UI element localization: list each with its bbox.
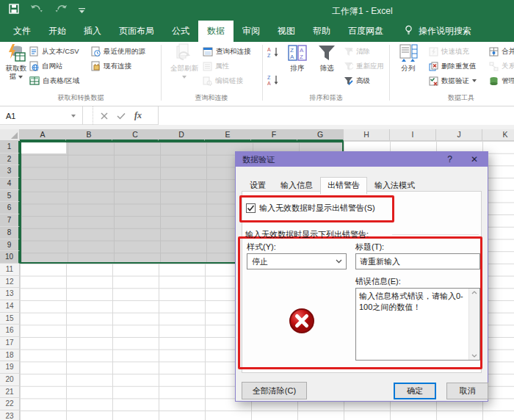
- edit-links-button[interactable]: 编辑链接: [203, 75, 243, 87]
- row-header[interactable]: 23: [0, 410, 20, 420]
- active-cell-a1[interactable]: [21, 142, 66, 153]
- error-message-label: 错误信息(E):: [355, 276, 401, 287]
- column-header[interactable]: K: [482, 129, 514, 141]
- ribbon-tab[interactable]: 帮助: [304, 21, 339, 42]
- from-web-button[interactable]: 自网站: [29, 60, 63, 72]
- ribbon-tab[interactable]: 文件: [4, 21, 40, 42]
- row-header[interactable]: 2: [0, 153, 20, 166]
- svg-text:Z: Z: [267, 53, 271, 58]
- flash-fill-button[interactable]: 快速填充: [429, 46, 469, 57]
- dialog-help-button[interactable]: ?: [447, 154, 452, 164]
- row-header[interactable]: 10: [0, 251, 20, 264]
- column-header[interactable]: D: [159, 129, 205, 141]
- tell-me-search[interactable]: 操作说明搜索: [404, 21, 471, 42]
- ribbon-tab[interactable]: 页面布局: [110, 21, 163, 42]
- properties-button[interactable]: 属性: [203, 60, 229, 72]
- manage-data-model-button[interactable]: 管理: [489, 75, 514, 87]
- column-header[interactable]: G: [297, 129, 344, 141]
- filter-button[interactable]: 筛选: [314, 43, 339, 72]
- text-to-columns-button[interactable]: 分列: [394, 43, 422, 72]
- save-icon[interactable]: [9, 4, 19, 17]
- column-header[interactable]: A: [20, 129, 66, 141]
- name-box[interactable]: A1: [0, 106, 83, 125]
- sort-button[interactable]: ZA AZ 排序: [285, 43, 310, 72]
- queries-connections-button[interactable]: 查询和连接: [203, 46, 251, 57]
- column-header[interactable]: B: [66, 129, 112, 141]
- scroll-down-icon: [471, 354, 477, 358]
- row-header[interactable]: 19: [0, 361, 20, 374]
- column-header[interactable]: I: [390, 129, 436, 141]
- from-table-range-button[interactable]: 自表格/区域: [29, 75, 79, 87]
- ok-button[interactable]: 确定: [394, 383, 436, 399]
- style-dropdown[interactable]: 停止: [247, 253, 347, 269]
- ribbon-tab[interactable]: 百度网盘: [339, 21, 392, 42]
- row-header[interactable]: 7: [0, 214, 20, 227]
- from-text-csv-button[interactable]: 从文本/CSV: [29, 46, 79, 57]
- column-header[interactable]: F: [251, 129, 297, 141]
- row-header[interactable]: 5: [0, 190, 20, 203]
- dialog-close-icon[interactable]: ✕: [471, 154, 478, 164]
- customize-qat-icon[interactable]: [79, 4, 85, 17]
- cancel-button[interactable]: 取消: [446, 383, 488, 399]
- remove-duplicates-button[interactable]: 删除重复值: [429, 60, 477, 72]
- row-header[interactable]: 18: [0, 350, 20, 362]
- name-box-chevron-icon[interactable]: [71, 115, 76, 117]
- consolidate-button[interactable]: 合并: [489, 46, 514, 57]
- row-header[interactable]: 17: [0, 337, 20, 350]
- column-header[interactable]: J: [436, 129, 482, 141]
- row-header[interactable]: 6: [0, 202, 20, 214]
- get-data-button[interactable]: 获取数据: [3, 43, 29, 80]
- column-header[interactable]: C: [112, 129, 159, 141]
- recent-sources-button[interactable]: 最近使用的源: [91, 46, 145, 57]
- row-header[interactable]: 11: [0, 264, 20, 276]
- clear-filter-button[interactable]: 清除: [344, 46, 370, 57]
- column-header[interactable]: H: [344, 129, 390, 141]
- dialog-tab[interactable]: 出错警告: [320, 177, 367, 195]
- row-header[interactable]: 22: [0, 398, 20, 410]
- textarea-scrollbar[interactable]: [468, 289, 479, 360]
- title-input[interactable]: 请重新输入: [355, 253, 480, 269]
- insert-function-icon[interactable]: fx: [134, 110, 142, 121]
- sort-descending-button[interactable]: ZA: [267, 74, 280, 86]
- row-header[interactable]: 13: [0, 288, 20, 300]
- data-validation-button[interactable]: 数据验证: [429, 75, 477, 87]
- flash-fill-icon: [429, 47, 438, 57]
- row-header[interactable]: 4: [0, 178, 20, 190]
- existing-connections-button[interactable]: 现有连接: [91, 60, 131, 72]
- undo-icon[interactable]: [30, 4, 43, 17]
- cancel-entry-icon[interactable]: [101, 109, 108, 123]
- reapply-filter-button[interactable]: 重新应用: [344, 60, 384, 72]
- row-header[interactable]: 14: [0, 300, 20, 313]
- formula-input[interactable]: [158, 106, 514, 125]
- row-header[interactable]: 21: [0, 386, 20, 399]
- row-header[interactable]: 3: [0, 165, 20, 178]
- ribbon-tab[interactable]: 插入: [75, 21, 110, 42]
- clear-all-button[interactable]: 全部清除(C): [242, 382, 307, 399]
- relationships-button[interactable]: 关系: [489, 60, 514, 72]
- text-csv-icon: [29, 46, 39, 57]
- ribbon-tab[interactable]: 公式: [163, 21, 198, 42]
- row-header[interactable]: 1: [0, 141, 20, 153]
- refresh-all-button[interactable]: 全部刷新: [167, 43, 201, 80]
- ribbon-tab[interactable]: 视图: [269, 21, 304, 42]
- select-all-corner[interactable]: [0, 129, 20, 141]
- ribbon-tab[interactable]: 审阅: [234, 21, 269, 42]
- row-header[interactable]: 9: [0, 239, 20, 252]
- chevron-down-icon[interactable]: [332, 255, 345, 268]
- row-header[interactable]: 8: [0, 227, 20, 239]
- row-header[interactable]: 16: [0, 325, 20, 337]
- enter-entry-icon[interactable]: [117, 109, 126, 123]
- error-message-textarea[interactable]: 输入信息格式错误，请输入0-100之间的数值！: [355, 288, 480, 361]
- row-header[interactable]: 20: [0, 374, 20, 386]
- redo-icon[interactable]: [54, 4, 68, 17]
- advanced-filter-button[interactable]: 高级: [344, 75, 370, 87]
- show-error-alert-checkbox-row[interactable]: 输入无效数据时显示出错警告(S): [246, 203, 375, 214]
- column-header[interactable]: E: [205, 129, 251, 141]
- ribbon-tab[interactable]: 数据: [198, 21, 234, 42]
- row-headers: 1234567891011121314151617181920212223: [0, 141, 20, 420]
- row-header[interactable]: 12: [0, 276, 20, 289]
- formula-bar: A1 fx: [0, 106, 514, 125]
- sort-ascending-button[interactable]: AZ: [267, 46, 280, 58]
- ribbon-tab[interactable]: 开始: [40, 21, 75, 42]
- row-header[interactable]: 15: [0, 313, 20, 325]
